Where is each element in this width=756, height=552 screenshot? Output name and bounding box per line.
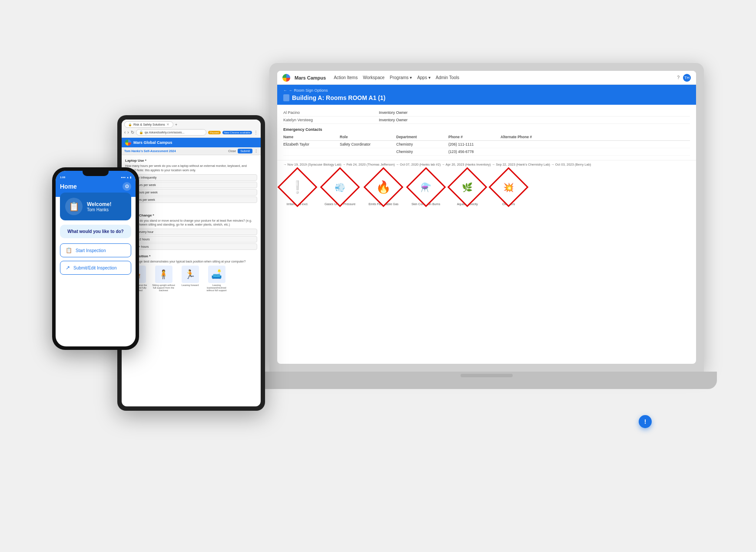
- browser-chrome: 🔒 Risk & Safety Solutions ✕ + ‹ › ↻ 🔒 qa…: [122, 120, 261, 138]
- laptop-content: Al Pacino Inventory Owner Katelyn Verste…: [277, 105, 696, 160]
- back-btn[interactable]: ‹: [124, 130, 126, 135]
- ghs-icon-irritant: ❕ Irritant and excl.: [283, 173, 312, 206]
- url-bar[interactable]: 🔒 qa.riskandsafety.com/asses...: [136, 129, 207, 136]
- back-position-q: Which image best demonstrates your typic…: [125, 259, 257, 264]
- ghs-diamond: 🔥: [364, 167, 404, 207]
- page-title: Building A: Rooms ROOM A1 (1): [283, 94, 690, 101]
- nav-action-items[interactable]: Action Items: [334, 75, 358, 80]
- welcome-text: Welcome! Tom Hanks: [87, 201, 111, 212]
- site-logo-icon: [125, 140, 131, 146]
- browser-tab-active[interactable]: 🔒 Risk & Safety Solutions ✕: [124, 121, 173, 128]
- settings-icon[interactable]: ⚙: [123, 182, 131, 191]
- browser-address-bar: ‹ › ↻ 🔒 qa.riskandsafety.com/asses... Pa…: [124, 129, 258, 136]
- ghs-diamond: ⚗️: [406, 167, 446, 207]
- laptop-body: Mars Campus Action Items Workspace Progr…: [269, 63, 704, 372]
- google-logo-icon: [282, 74, 290, 82]
- submit-button[interactable]: Submit: [238, 149, 252, 153]
- phone-screen: 1:08 ●●● ▲ ▮ Home ⚙ 📋 Welcome! Tom Hanks: [56, 171, 136, 346]
- table-row: Chemistry (123) 456-6778: [283, 148, 690, 156]
- option-3plus-hours[interactable]: Every 3+ hours: [125, 243, 257, 250]
- laptop-device: Mars Campus Action Items Workspace Progr…: [269, 63, 704, 389]
- start-inspection-label: Start Inspection: [76, 248, 106, 253]
- ghs-icon-oxidizer: 💥 Oxidizers: [494, 173, 523, 206]
- option-11-20[interactable]: 11-20 hours per week: [125, 189, 257, 196]
- close-button[interactable]: Close: [228, 150, 236, 153]
- user-avatar[interactable]: TH: [683, 74, 691, 82]
- ghs-icon-gas: 💨 Gases Under Pressure: [325, 173, 355, 206]
- user-name: Tom Hanks: [87, 207, 111, 212]
- option-20plus[interactable]: 20+ hours per week: [125, 196, 257, 203]
- doc-tab-active[interactable]: Tom Hanks's Self-Assessment 2024: [124, 150, 176, 153]
- tablet-content: Laptop Use * How many hours per week do …: [122, 155, 261, 405]
- tablet-screen: 🔒 Risk & Safety Solutions ✕ + ‹ › ↻ 🔒 qa…: [122, 120, 261, 406]
- doc-actions: Close Submit ⋮: [228, 149, 258, 153]
- nav-right: ? TH: [677, 74, 691, 82]
- ghs-icons-area: ❕ Irritant and excl. 💨 Gases Under Press…: [277, 169, 696, 210]
- phone-device: 1:08 ●●● ▲ ▮ Home ⚙ 📋 Welcome! Tom Hanks: [52, 167, 139, 350]
- option-1-10[interactable]: 1-10 hours per week: [125, 182, 257, 188]
- new-chrome-badge: New Chrome available: [222, 131, 252, 134]
- laptop-base: [256, 372, 717, 389]
- laptop-use-title: Laptop Use *: [125, 159, 257, 163]
- ghs-diamond: 🌿: [448, 167, 487, 207]
- forward-btn[interactable]: ›: [127, 130, 129, 135]
- option-never[interactable]: Never or Infrequently: [125, 174, 257, 181]
- ghs-icon-corrosion: ⚗️ Skin Corrosion Burns: [411, 173, 440, 206]
- table-row: Elizabeth Taylor Safety Coordinator Chem…: [283, 141, 690, 148]
- posture-change-q: How often do you stand or move around to…: [125, 219, 257, 227]
- status-time: 1:08: [60, 176, 65, 179]
- help-icon[interactable]: ?: [677, 75, 680, 80]
- nav-apps[interactable]: Apps ▾: [417, 75, 431, 80]
- submit-edit-label: Submit/Edit Inspection: [73, 266, 117, 270]
- lock-icon: 🔒: [139, 130, 143, 134]
- floating-info-button[interactable]: !: [639, 415, 652, 428]
- greeting: Welcome!: [87, 201, 111, 207]
- ghs-icon-aquatic: 🌿 Aquatic Toxicity: [453, 173, 481, 206]
- submit-edit-inspection-button[interactable]: ↗ Submit/Edit Inspection: [60, 261, 131, 275]
- welcome-card: 📋 Welcome! Tom Hanks: [60, 193, 131, 220]
- posture-images: 🪑 Seated against the backrest and fully …: [125, 266, 257, 292]
- posture-reclined[interactable]: 🛋️ Leaning backward/reclined without ful…: [205, 266, 229, 292]
- ghs-icon-flame: 🔥 Emits Flammable Gas: [368, 173, 398, 206]
- option-1-2-hours[interactable]: Every 1-2 hours: [125, 236, 257, 243]
- start-inspection-button[interactable]: 📋 Start Inspection: [60, 243, 131, 257]
- clipboard-icon: 📋: [66, 247, 72, 253]
- more-icon[interactable]: ⋮: [254, 149, 258, 153]
- laptop-use-section: Laptop Use * How many hours per week do …: [125, 159, 257, 203]
- submit-icon: ↗: [66, 265, 70, 271]
- paused-badge: Paused: [208, 131, 220, 134]
- laptop-use-question: How many hours per week do you use a lap…: [125, 164, 257, 173]
- posture-reclined-icon: 🛋️: [208, 266, 225, 283]
- refresh-btn[interactable]: ↻: [131, 130, 134, 135]
- doc-tabs-bar: Tom Hanks's Self-Assessment 2024 Close S…: [122, 147, 261, 155]
- emergency-contacts-header: Emergency Contacts: [283, 127, 690, 132]
- subheader: ← ← Room Sign Options Building A: Rooms …: [277, 85, 696, 105]
- nav-programs[interactable]: Programs ▾: [390, 75, 412, 80]
- signal-icon: ●●●: [121, 176, 126, 179]
- owner-row-1: Al Pacino Inventory Owner: [283, 109, 690, 116]
- wifi-icon: ▲: [126, 176, 129, 179]
- laptop-navbar: Mars Campus Action Items Workspace Progr…: [277, 71, 696, 85]
- posture-upright[interactable]: 🧍 Sitting upright without full support f…: [152, 266, 176, 292]
- nav-workspace[interactable]: Workspace: [363, 75, 385, 80]
- user-avatar-icon: 📋: [65, 198, 83, 215]
- option-every-hour[interactable]: At least every hour: [125, 229, 257, 235]
- nav-admin[interactable]: Admin Tools: [436, 75, 459, 80]
- site-name: Mars Global Campus: [133, 140, 172, 145]
- browser-add-tab[interactable]: +: [175, 123, 177, 127]
- table-header: Name Role Department Phone # Alternate P…: [283, 133, 690, 141]
- site-name: Mars Campus: [295, 75, 326, 80]
- ghs-diamond: 💨: [320, 167, 360, 207]
- habits-section: Habits Posture Change * How often do you…: [125, 207, 257, 250]
- more-options-icon[interactable]: ⋮: [254, 130, 258, 135]
- laptop-screen: Mars Campus Action Items Workspace Progr…: [277, 71, 696, 364]
- posture-forward[interactable]: 🏃 Leaning forward: [178, 266, 202, 292]
- document-icon: [283, 94, 289, 101]
- battery-icon: ▮: [130, 176, 131, 179]
- back-position-title: Back Position *: [125, 254, 257, 258]
- back-link[interactable]: ← ← Room Sign Options: [283, 88, 690, 93]
- info-symbol: !: [644, 418, 647, 425]
- tablet-site-header: Mars Global Campus: [122, 138, 261, 147]
- habits-header: Habits: [125, 207, 257, 212]
- url-text: qa.riskandsafety.com/asses...: [145, 131, 185, 134]
